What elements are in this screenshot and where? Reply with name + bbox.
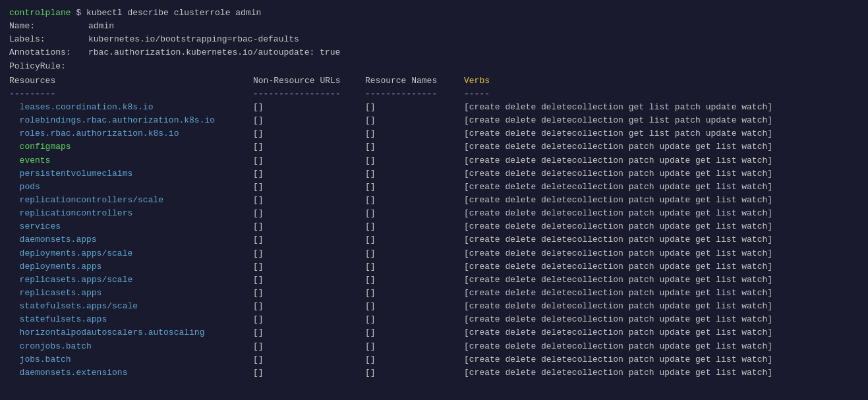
labels-key: Labels: — [9, 33, 88, 46]
verbs-cell: [create delete deletecollection patch up… — [464, 167, 772, 181]
res-names-cell: [] — [365, 247, 464, 260]
non-resource-cell: [] — [253, 326, 365, 339]
non-resource-cell: [] — [253, 273, 365, 287]
res-names-cell: [] — [365, 167, 464, 181]
resource-cell: leases.coordination.k8s.io — [9, 101, 253, 114]
res-names-cell: [] — [365, 207, 464, 220]
table-row: statefulsets.apps/scale[][][create delet… — [9, 300, 859, 313]
res-names-cell: [] — [365, 101, 464, 114]
verbs-cell: [create delete deletecollection patch up… — [464, 313, 772, 326]
verbs-cell: [create delete deletecollection patch up… — [464, 233, 772, 246]
non-resource-cell: [] — [253, 220, 365, 233]
command: kubectl describe clusterrole admin — [86, 8, 261, 18]
labels-value: kubernetes.io/bootstrapping=rbac-default… — [88, 33, 299, 46]
resource-cell: services — [9, 220, 253, 233]
table-row: daemonsets.apps[][][create delete delete… — [9, 233, 859, 246]
resource-cell: jobs.batch — [9, 353, 253, 366]
res-names-cell: [] — [365, 220, 464, 233]
resource-cell: configmaps — [9, 140, 253, 154]
table-row: replicationcontrollers[][][create delete… — [9, 207, 859, 220]
terminal: controlplane $ kubectl describe clusterr… — [9, 7, 859, 380]
verbs-cell: [create delete deletecollection patch up… — [464, 287, 772, 300]
verbs-cell: [create delete deletecollection patch up… — [464, 340, 772, 353]
resource-cell: statefulsets.apps — [9, 313, 253, 326]
table-row: leases.coordination.k8s.io[][][create de… — [9, 101, 859, 114]
annotations-line: Annotations: rbac.authorization.kubernet… — [9, 46, 859, 59]
header-verbs: Verbs — [464, 74, 490, 88]
labels-line: Labels: kubernetes.io/bootstrapping=rbac… — [9, 33, 859, 46]
resource-cell: statefulsets.apps/scale — [9, 300, 253, 313]
res-names-cell: [] — [365, 273, 464, 287]
resource-cell: roles.rbac.authorization.k8s.io — [9, 127, 253, 140]
resource-cell: daemonsets.extensions — [9, 366, 253, 380]
table-row: jobs.batch[][][create delete deletecolle… — [9, 353, 859, 366]
annotations-value: rbac.authorization.kubernetes.io/autoupd… — [88, 46, 340, 59]
name-line: Name: admin — [9, 20, 859, 33]
non-resource-cell: [] — [253, 167, 365, 181]
resource-cell: rolebindings.rbac.authorization.k8s.io — [9, 114, 253, 127]
table-row: replicationcontrollers/scale[][][create … — [9, 194, 859, 207]
table-row: events[][][create delete deletecollectio… — [9, 154, 859, 167]
verbs-cell: [create delete deletecollection patch up… — [464, 326, 772, 339]
non-resource-cell: [] — [253, 194, 365, 207]
verbs-cell: [create delete deletecollection patch up… — [464, 181, 772, 194]
verbs-cell: [create delete deletecollection patch up… — [464, 220, 772, 233]
verbs-cell: [create delete deletecollection patch up… — [464, 260, 772, 273]
sep-verbs: ----- — [464, 88, 490, 101]
verbs-cell: [create delete deletecollection patch up… — [464, 353, 772, 366]
table-body: leases.coordination.k8s.io[][][create de… — [9, 101, 859, 380]
sep-resources: --------- — [9, 88, 253, 101]
table-row: statefulsets.apps[][][create delete dele… — [9, 313, 859, 326]
non-resource-cell: [] — [253, 313, 365, 326]
res-names-cell: [] — [365, 313, 464, 326]
verbs-cell: [create delete deletecollection get list… — [464, 127, 772, 140]
table-header-row: Resources Non-Resource URLs Resource Nam… — [9, 74, 859, 88]
non-resource-cell: [] — [253, 287, 365, 300]
non-resource-cell: [] — [253, 233, 365, 246]
non-resource-cell: [] — [253, 300, 365, 313]
verbs-cell: [create delete deletecollection patch up… — [464, 207, 772, 220]
verbs-cell: [create delete deletecollection patch up… — [464, 247, 772, 260]
res-names-cell: [] — [365, 260, 464, 273]
header-resource-names: Resource Names — [365, 74, 464, 88]
table-row: rolebindings.rbac.authorization.k8s.io[]… — [9, 114, 859, 127]
res-names-cell: [] — [365, 300, 464, 313]
header-non-resource-urls: Non-Resource URLs — [253, 74, 365, 88]
prompt-line: controlplane $ kubectl describe clusterr… — [9, 7, 859, 20]
resource-cell: horizontalpodautoscalers.autoscaling — [9, 326, 253, 339]
table-row: configmaps[][][create delete deletecolle… — [9, 140, 859, 154]
resource-cell: replicasets.apps — [9, 287, 253, 300]
non-resource-cell: [] — [253, 114, 365, 127]
verbs-cell: [create delete deletecollection get list… — [464, 101, 772, 114]
res-names-cell: [] — [365, 194, 464, 207]
resource-cell: replicationcontrollers — [9, 207, 253, 220]
non-resource-cell: [] — [253, 366, 365, 380]
non-resource-cell: [] — [253, 207, 365, 220]
table-row: pods[][][create delete deletecollection … — [9, 181, 859, 194]
policyrule-header: PolicyRule: — [9, 60, 859, 73]
annotations-key: Annotations: — [9, 46, 88, 59]
verbs-cell: [create delete deletecollection get list… — [464, 114, 772, 127]
name-key: Name: — [9, 20, 88, 33]
res-names-cell: [] — [365, 366, 464, 380]
resource-cell: events — [9, 154, 253, 167]
name-value: admin — [88, 20, 114, 33]
table-row: deployments.apps/scale[][][create delete… — [9, 247, 859, 260]
verbs-cell: [create delete deletecollection patch up… — [464, 154, 772, 167]
table-row: replicasets.apps/scale[][][create delete… — [9, 273, 859, 287]
hostname: controlplane — [9, 8, 71, 18]
non-resource-cell: [] — [253, 353, 365, 366]
non-resource-cell: [] — [253, 340, 365, 353]
table-row: roles.rbac.authorization.k8s.io[][][crea… — [9, 127, 859, 140]
res-names-cell: [] — [365, 140, 464, 154]
table-row: services[][][create delete deletecollect… — [9, 220, 859, 233]
res-names-cell: [] — [365, 127, 464, 140]
verbs-cell: [create delete deletecollection patch up… — [464, 366, 772, 380]
sep-res-names: -------------- — [365, 88, 464, 101]
separator-row: --------- ----------------- ------------… — [9, 88, 859, 101]
verbs-cell: [create delete deletecollection patch up… — [464, 300, 772, 313]
table-row: deployments.apps[][][create delete delet… — [9, 260, 859, 273]
res-names-cell: [] — [365, 233, 464, 246]
non-resource-cell: [] — [253, 140, 365, 154]
res-names-cell: [] — [365, 154, 464, 167]
